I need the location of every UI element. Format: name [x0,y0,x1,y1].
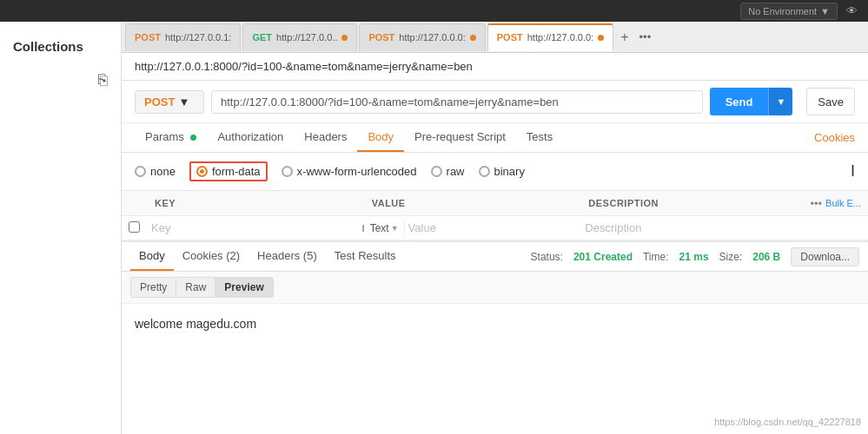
more-tabs-button[interactable]: ••• [634,30,657,43]
tab-prerequest[interactable]: Pre-request Script [404,123,516,152]
method-select[interactable]: POST ▼ [135,90,204,114]
response-content: welcome magedu.com [122,304,868,344]
method-select-arrow: ▼ [178,95,189,108]
tab-params[interactable]: Params [135,123,207,152]
kv-table: KEY VALUE DESCRIPTION ••• Bulk E... [122,190,868,240]
radio-raw-circle [431,166,442,177]
watermark: https://blog.csdn.net/qq_42227818 [714,417,861,427]
url-display: http://127.0.0.1:8000/?id=100-&name=tom&… [122,53,868,81]
kv-row-key-cell: I [148,216,365,240]
kv-row-checkbox[interactable] [129,221,140,233]
tab-3-dot [470,35,476,41]
kv-row-1: I Text ▼ [122,216,868,240]
response-status: Status: 201 Created Time: 21 ms Size: 20… [531,247,859,266]
send-dropdown-button[interactable]: ▼ [768,88,792,115]
env-dropdown-label: No Environment [748,6,817,16]
method-select-value: POST [144,95,175,108]
env-selector: No Environment ▼ 👁 [740,3,861,20]
resp-tab-headers[interactable]: Headers (5) [248,242,326,271]
tab-tests[interactable]: Tests [516,123,563,152]
format-preview-tab[interactable]: Preview [215,277,273,298]
form-data-box: form-data [189,161,268,181]
radio-urlencoded-circle [282,166,293,177]
radio-formdata-circle [196,166,208,177]
send-button[interactable]: Send [710,88,769,115]
send-btn-group: Send ▼ [710,88,793,115]
body-options: none form-data x-www-form-urlencoded [122,153,868,190]
tab-2-dot [341,35,348,41]
sidebar-title: Collections [0,30,121,71]
kv-type-label: Text [370,222,389,234]
radio-none[interactable]: none [135,165,176,178]
kv-row-check [122,221,148,235]
bulk-edit-link[interactable]: Bulk E... [825,198,861,208]
new-collection-icon[interactable]: ⎘ [98,71,108,89]
url-display-text: http://127.0.0.1:8000/?id=100-&name=tom&… [135,60,473,73]
status-label: Status: [531,251,563,263]
kv-type-arrow: ▼ [391,224,399,233]
resp-tab-body[interactable]: Body [130,242,174,271]
env-dropdown-arrow: ▼ [820,6,830,16]
kv-key-header: KEY [148,194,365,212]
save-button[interactable]: Save [806,88,855,115]
radio-binary-label: binary [494,165,525,178]
kv-value-header: VALUE [365,194,582,212]
radio-urlencoded[interactable]: x-www-form-urlencoded [282,165,417,178]
radio-formdata-label: form-data [212,165,261,178]
kv-desc-input[interactable] [581,216,798,240]
radio-none-circle [135,166,146,177]
tab-body[interactable]: Body [357,123,404,152]
top-bar: No Environment ▼ 👁 [0,0,868,22]
radio-formdata[interactable]: form-data [196,165,261,178]
kv-type-select[interactable]: Text ▼ [365,219,405,238]
env-dropdown[interactable]: No Environment ▼ [740,3,838,20]
kv-check-col [122,194,148,212]
url-input[interactable] [211,90,703,114]
radio-binary[interactable]: binary [479,165,525,178]
response-body-text: welcome magedu.com [135,317,256,331]
tab-4-url: http://127.0.0.0: [527,32,593,43]
tab-1-method: POST [135,32,161,43]
kv-desc-header: DESCRIPTION [581,194,798,212]
cursor-indicator: I [851,162,855,181]
resp-tab-testresults[interactable]: Test Results [326,242,405,271]
tab-authorization[interactable]: Authorization [207,123,294,152]
radio-binary-circle [479,166,490,177]
kv-actions-col: ••• Bulk E... [798,194,868,212]
tab-2[interactable]: GET http://127.0.0.. [242,23,357,51]
resp-tab-cookies[interactable]: Cookies (2) [174,242,248,271]
tab-4[interactable]: POST http://127.0.0.0: [487,23,613,51]
main-content: POST http://127.0.0.1: GET http://127.0.… [122,22,868,434]
tab-3-method: POST [368,32,394,43]
format-raw-tab[interactable]: Raw [176,277,215,298]
radio-raw[interactable]: raw [431,165,465,178]
tab-2-url: http://127.0.0.. [276,32,337,43]
tabs-bar: POST http://127.0.0.1: GET http://127.0.… [122,22,868,53]
request-area: POST ▼ Send ▼ Save Params [122,81,868,240]
kv-row-desc-cell [581,216,798,240]
tab-4-method: POST [497,32,523,43]
kv-more-icon[interactable]: ••• [810,197,822,210]
tab-1[interactable]: POST http://127.0.0.1: [125,23,241,51]
cookies-link[interactable]: Cookies [814,131,855,144]
add-tab-button[interactable]: + [615,30,633,45]
kv-value-input[interactable] [405,216,582,240]
params-dot [190,135,196,141]
method-url-row: POST ▼ Send ▼ Save [122,81,868,123]
tab-headers[interactable]: Headers [294,123,357,152]
size-label: Size: [719,251,743,263]
tab-3[interactable]: POST http://127.0.0.0: [359,23,485,51]
radio-none-label: none [150,165,176,178]
time-label: Time: [643,251,669,263]
kv-key-input[interactable] [148,216,361,240]
status-value: 201 Created [573,251,633,263]
sidebar: Collections ⎘ [0,22,122,434]
response-tabs-row: Body Cookies (2) Headers (5) Test Result… [122,242,868,272]
radio-urlencoded-label: x-www-form-urlencoded [297,165,417,178]
eye-button[interactable]: 👁 [843,4,861,17]
request-tabs: Params Authorization Headers Body Pre-re… [122,123,868,153]
time-value: 21 ms [679,251,709,263]
format-pretty-tab[interactable]: Pretty [130,277,176,298]
tab-1-url: http://127.0.0.1: [165,32,231,43]
download-button[interactable]: Downloa... [791,247,859,266]
